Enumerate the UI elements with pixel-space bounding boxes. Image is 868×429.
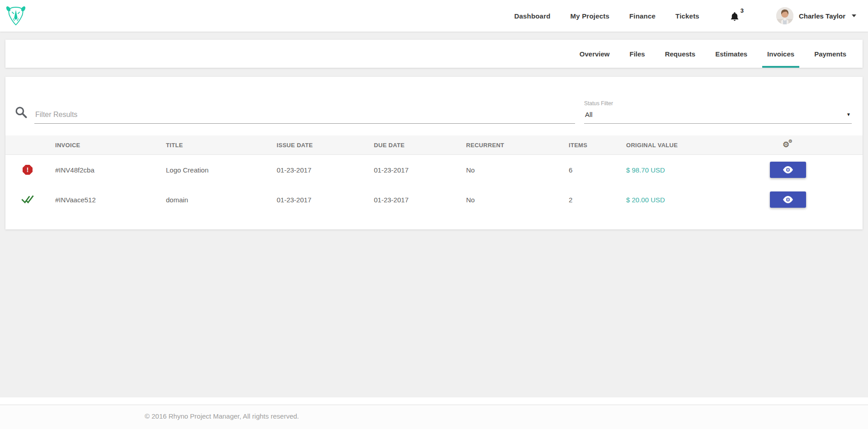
- tab-estimates[interactable]: Estimates: [705, 40, 757, 68]
- page-footer: © 2016 Rhyno Project Manager, All rights…: [0, 397, 868, 429]
- nav-tickets[interactable]: Tickets: [675, 12, 699, 20]
- recurrent: No: [461, 196, 563, 204]
- top-navigation: Dashboard My Projects Finance Tickets 3: [514, 7, 856, 24]
- tab-overview[interactable]: Overview: [570, 40, 620, 68]
- due-date: 01-23-2017: [368, 166, 461, 174]
- table-row: #INVaace512 domain 01-23-2017 01-23-2017…: [5, 185, 863, 214]
- view-invoice-button[interactable]: [770, 191, 806, 208]
- table-row: ! #INV48f2cba Logo Creation 01-23-2017 0…: [5, 155, 863, 185]
- user-name: Charles Taylor: [799, 12, 845, 20]
- invoice-title: domain: [160, 196, 271, 204]
- footer-divider: [0, 397, 868, 405]
- recurrent: No: [461, 166, 563, 174]
- search-area: [12, 106, 575, 124]
- original-value: $ 98.70 USD: [621, 166, 729, 174]
- tab-invoices[interactable]: Invoices: [757, 40, 804, 68]
- table-header-row: INVOICE TITLE ISSUE DATE DUE DATE RECURR…: [5, 135, 863, 155]
- invoices-table: INVOICE TITLE ISSUE DATE DUE DATE RECURR…: [5, 135, 863, 214]
- status-filter-label: Status Filter: [584, 100, 852, 107]
- invoices-panel: Status Filter All ▼ INVOICE TITLE ISSUE …: [5, 77, 863, 229]
- tab-requests[interactable]: Requests: [655, 40, 706, 68]
- notification-count-badge: 3: [741, 7, 744, 14]
- original-value: $ 20.00 USD: [621, 196, 729, 204]
- nav-dashboard[interactable]: Dashboard: [514, 12, 550, 20]
- overdue-status-icon: !: [23, 165, 33, 175]
- top-bar: Dashboard My Projects Finance Tickets 3: [0, 0, 868, 32]
- avatar: [776, 7, 793, 24]
- rhino-logo-icon: [5, 4, 26, 28]
- bell-icon: [729, 11, 740, 23]
- status-filter-select[interactable]: All ▼: [584, 110, 852, 124]
- col-due-date: DUE DATE: [368, 142, 461, 149]
- rhino-logo[interactable]: [5, 3, 27, 28]
- notifications-bell[interactable]: 3: [729, 8, 743, 23]
- col-invoice: INVOICE: [50, 142, 160, 149]
- search-input[interactable]: [34, 108, 575, 124]
- eye-icon: [783, 166, 793, 174]
- items-count: 6: [563, 166, 621, 174]
- col-recurrent: RECURRENT: [461, 142, 563, 149]
- col-original-value: ORIGINAL VALUE: [621, 142, 729, 149]
- items-count: 2: [563, 196, 621, 204]
- nav-my-projects[interactable]: My Projects: [571, 12, 609, 20]
- invoice-title: Logo Creation: [160, 166, 271, 174]
- paid-status-icon: [21, 195, 34, 204]
- copyright-text: © 2016 Rhyno Project Manager, All rights…: [0, 405, 868, 420]
- col-actions: ⚙⚙: [729, 140, 847, 149]
- status-filter[interactable]: Status Filter All ▼: [584, 100, 852, 124]
- tab-files[interactable]: Files: [620, 40, 655, 68]
- status-filter-value: All: [585, 111, 593, 118]
- project-tabs-bar: Overview Files Requests Estimates Invoic…: [5, 40, 863, 68]
- col-title: TITLE: [160, 142, 271, 149]
- invoice-number: #INV48f2cba: [50, 166, 160, 174]
- eye-icon: [783, 196, 793, 204]
- view-invoice-button[interactable]: [770, 162, 806, 178]
- cogs-icon: ⚙⚙: [783, 140, 793, 149]
- due-date: 01-23-2017: [368, 196, 461, 204]
- invoice-number: #INVaace512: [50, 196, 160, 204]
- tab-payments[interactable]: Payments: [804, 40, 856, 68]
- select-caret-icon: ▼: [846, 112, 851, 117]
- filter-row: Status Filter All ▼: [5, 77, 863, 124]
- col-issue-date: ISSUE DATE: [271, 142, 368, 149]
- issue-date: 01-23-2017: [271, 166, 368, 174]
- nav-finance[interactable]: Finance: [629, 12, 656, 20]
- chevron-down-icon: [852, 14, 856, 17]
- issue-date: 01-23-2017: [271, 196, 368, 204]
- col-items: ITEMS: [563, 142, 621, 149]
- user-menu[interactable]: Charles Taylor: [776, 7, 856, 24]
- search-icon: [14, 106, 28, 121]
